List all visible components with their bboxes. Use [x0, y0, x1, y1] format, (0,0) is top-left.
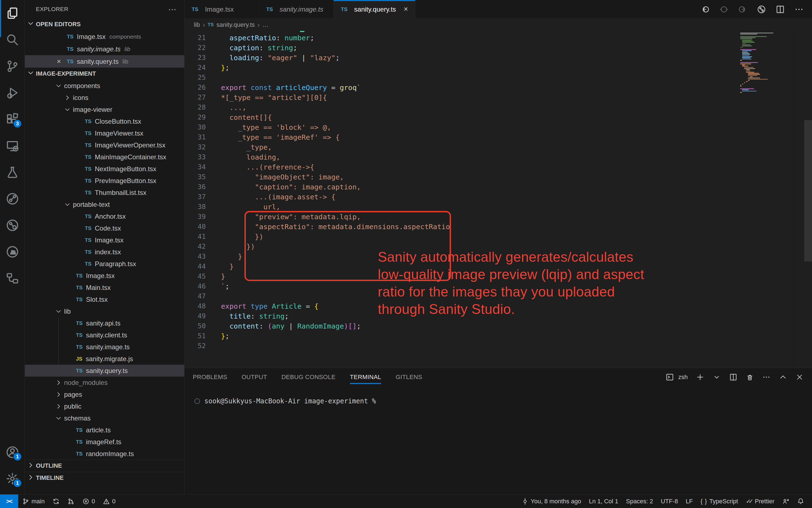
- remote-indicator[interactable]: ><: [0, 495, 18, 508]
- status-prettier[interactable]: ✓✓Prettier: [742, 498, 778, 505]
- timeline-section-header[interactable]: TIMELINE: [25, 472, 184, 484]
- tree-file-sanity-query-ts[interactable]: TSsanity.query.ts: [25, 365, 184, 377]
- close-icon[interactable]: ×: [399, 5, 408, 13]
- maximize-panel-icon[interactable]: [779, 373, 787, 381]
- tree-file-image-tsx[interactable]: TSImage.tsx: [25, 270, 184, 282]
- status-0[interactable]: 0: [99, 498, 119, 505]
- open-editor-item[interactable]: TSImage.tsxcomponents: [25, 30, 184, 43]
- tab-sanity-query-ts[interactable]: TSsanity.query.ts×: [334, 0, 415, 19]
- tree-file-main-tsx[interactable]: TSMain.tsx: [25, 282, 184, 294]
- panel-tab-problems[interactable]: PROBLEMS: [193, 368, 227, 386]
- tree-folder-pages[interactable]: pages: [25, 388, 184, 400]
- status-compare[interactable]: [64, 498, 78, 505]
- panel-tab-output[interactable]: OUTPUT: [242, 368, 267, 386]
- tree-file-sanity-client-ts[interactable]: TSsanity.client.ts: [25, 329, 184, 341]
- status-0[interactable]: 0: [78, 498, 99, 505]
- tree-file-imageref-ts[interactable]: TSimageRef.ts: [25, 436, 184, 448]
- status-you-8-months-ago[interactable]: You, 8 months ago: [518, 498, 585, 505]
- status-lf[interactable]: LF: [682, 498, 697, 505]
- open-editor-item[interactable]: ×TSsanity.query.tslib: [25, 55, 184, 68]
- project-section-header[interactable]: IMAGE-EXPERIMENT: [25, 68, 184, 80]
- activity-github[interactable]: [0, 239, 25, 265]
- kill-terminal-icon[interactable]: [746, 373, 754, 381]
- status-utf-8[interactable]: UTF-8: [657, 498, 682, 505]
- tree-folder-image-viewer[interactable]: image-viewer: [25, 103, 184, 115]
- terminal[interactable]: sook@Sukkyus-MacBook-Air image-experimen…: [185, 386, 812, 494]
- panel-tab-debug-console[interactable]: DEBUG CONSOLE: [281, 368, 335, 386]
- activity-accounts[interactable]: 1: [0, 439, 25, 465]
- status-typescript[interactable]: { }TypeScript: [697, 498, 742, 505]
- tree-file-imagevieweropener-tsx[interactable]: TSImageViewerOpener.tsx: [25, 139, 184, 151]
- status-bell[interactable]: [793, 498, 808, 505]
- tree-file-article-ts[interactable]: TSarticle.ts: [25, 424, 184, 436]
- activity-gitlens-workspaces[interactable]: [0, 265, 25, 292]
- code-editor[interactable]: 21 aspectRatio: number;22 caption: strin…: [185, 31, 812, 368]
- status-main[interactable]: main: [18, 498, 49, 505]
- tree-file-closebutton-tsx[interactable]: TSCloseButton.tsx: [25, 115, 184, 127]
- activity-source-control[interactable]: [0, 53, 25, 80]
- breadcrumb[interactable]: lib›TSsanity.query.ts›…: [185, 19, 812, 31]
- tree-folder-schemas[interactable]: schemas: [25, 412, 184, 424]
- tab-sanity-image-ts[interactable]: TSsanity.image.ts: [259, 0, 334, 18]
- activity-run-debug[interactable]: [0, 80, 25, 106]
- tree-file-slot-tsx[interactable]: TSSlot.tsx: [25, 294, 184, 305]
- close-panel-icon[interactable]: [796, 373, 804, 381]
- more-actions-icon[interactable]: [762, 373, 771, 381]
- panel-tab-gitlens[interactable]: GITLENS: [396, 368, 422, 386]
- outline-section-header[interactable]: OUTLINE: [25, 460, 184, 472]
- open-editor-item[interactable]: TSsanity.image.tslib: [25, 43, 184, 55]
- tree-file-randomimage-ts[interactable]: TSrandomImage.ts: [25, 448, 184, 460]
- breadcrumb-item[interactable]: lib: [194, 21, 200, 29]
- tree-folder-node-modules[interactable]: node_modules: [25, 377, 184, 388]
- tree-folder-lib[interactable]: lib: [25, 305, 184, 317]
- tree-file-anchor-tsx[interactable]: TSAnchor.tsx: [25, 210, 184, 222]
- activity-gitlens-inspect[interactable]: [0, 212, 25, 239]
- panel-tab-terminal[interactable]: TERMINAL: [350, 368, 381, 386]
- terminal-shell-icon[interactable]: [665, 373, 674, 381]
- status-feedback[interactable]: [778, 498, 793, 505]
- launch-profile-dropdown-icon[interactable]: [713, 373, 721, 381]
- tree-file-imageviewer-tsx[interactable]: TSImageViewer.tsx: [25, 127, 184, 139]
- split-editor-icon[interactable]: [776, 5, 785, 14]
- tree-file-thumbnaillist-tsx[interactable]: TSThumbnailList.tsx: [25, 186, 184, 199]
- status-sync[interactable]: [49, 498, 64, 505]
- minimap[interactable]: [740, 33, 791, 94]
- activity-testing[interactable]: [0, 159, 25, 185]
- vertical-scrollbar[interactable]: [804, 120, 812, 261]
- breadcrumb-item[interactable]: …: [262, 21, 269, 29]
- nav-back-icon[interactable]: [700, 5, 710, 14]
- tree-file-mainimagecontainer-tsx[interactable]: TSMainImageContainer.tsx: [25, 151, 184, 163]
- open-editors-section-header[interactable]: OPEN EDITORS: [25, 18, 184, 30]
- tree-file-nextimagebutton-tsx[interactable]: TSNextImageButton.tsx: [25, 163, 184, 175]
- close-icon[interactable]: ×: [55, 57, 63, 66]
- tree-folder-portable-text[interactable]: portable-text: [25, 199, 184, 210]
- activity-explorer[interactable]: [0, 0, 25, 27]
- tree-file-image-tsx[interactable]: TSImage.tsx: [25, 234, 184, 246]
- split-terminal-icon[interactable]: [729, 373, 737, 381]
- more-actions-icon[interactable]: [794, 5, 804, 14]
- new-terminal-icon[interactable]: [696, 373, 704, 381]
- nav-dash-icon[interactable]: [719, 5, 729, 14]
- git-graph-circle-icon[interactable]: [757, 5, 766, 14]
- tree-file-previmagebutton-tsx[interactable]: TSPrevImageButton.tsx: [25, 175, 184, 186]
- status-spaces-2[interactable]: Spaces: 2: [622, 498, 657, 505]
- tree-file-sanity-api-ts[interactable]: TSsanity.api.ts: [25, 317, 184, 329]
- activity-git-graph[interactable]: [0, 185, 25, 212]
- breadcrumb-item[interactable]: sanity.query.ts: [216, 21, 255, 29]
- explorer-more-actions-icon[interactable]: ⋯: [168, 4, 177, 14]
- activity-settings-gear[interactable]: 1: [0, 465, 25, 492]
- tree-folder-icons[interactable]: icons: [25, 92, 184, 103]
- tree-folder-public[interactable]: public: [25, 400, 184, 412]
- activity-extensions[interactable]: 3: [0, 106, 25, 132]
- nav-forward-icon[interactable]: [738, 5, 747, 14]
- activity-remote-explorer[interactable]: [0, 132, 25, 159]
- tree-file-sanity-image-ts[interactable]: TSsanity.image.ts: [25, 341, 184, 353]
- tree-file-sanity-migrate-js[interactable]: JSsanity.migrate.js: [25, 353, 184, 365]
- status-ln-1-col-1[interactable]: Ln 1, Col 1: [585, 498, 622, 505]
- tree-folder-components[interactable]: components: [25, 80, 184, 92]
- tree-file-code-tsx[interactable]: TSCode.tsx: [25, 222, 184, 234]
- tree-file-index-tsx[interactable]: TSindex.tsx: [25, 246, 184, 258]
- tree-file-paragraph-tsx[interactable]: TSParagraph.tsx: [25, 258, 184, 270]
- activity-search[interactable]: [0, 27, 25, 53]
- tab-image-tsx[interactable]: TSImage.tsx: [185, 0, 259, 18]
